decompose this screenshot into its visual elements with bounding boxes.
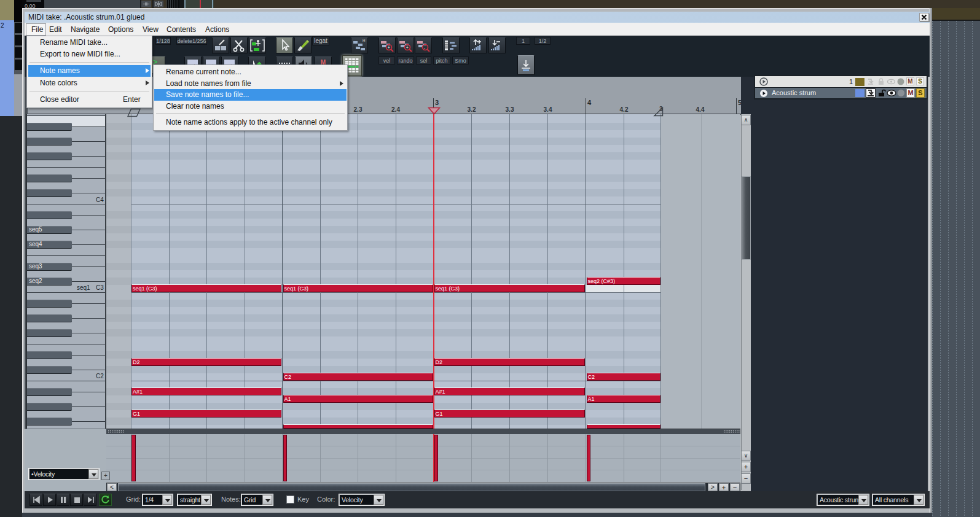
svg-text:H: H [363,39,365,42]
svg-text:+: + [406,45,409,50]
svg-text:+: + [388,45,390,50]
svg-text:-: - [424,45,426,50]
